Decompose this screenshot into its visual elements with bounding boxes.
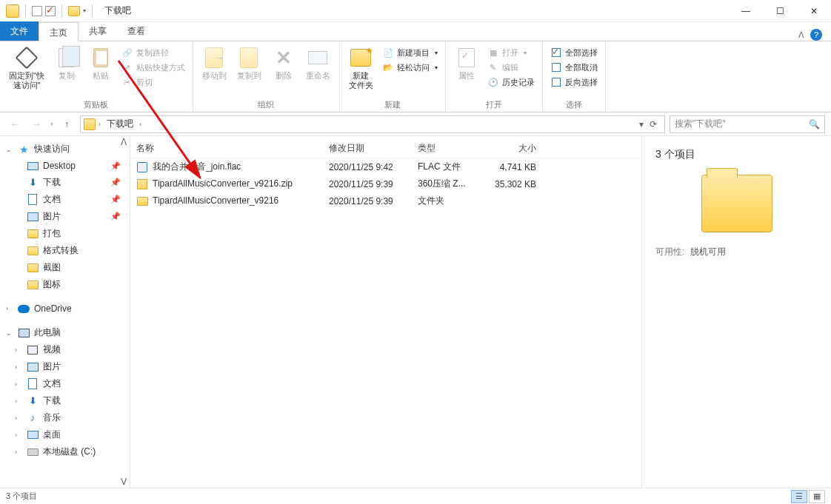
separator [61,4,62,18]
sidebar-item[interactable]: 图标 [0,276,130,293]
file-name: 我的合并声音_join.flac [153,161,241,172]
pin-label: 固定到"快 速访问" [9,71,44,90]
new-item-button[interactable]: 📄新建项目▾ [379,46,441,59]
status-text: 3 个项目 [6,491,37,502]
qat-item-1[interactable] [32,6,42,16]
flac-icon [136,161,148,173]
copy-label: 复制 [59,71,75,81]
expand-icon[interactable]: › [15,380,22,388]
sidebar-item[interactable]: ›本地磁盘 (C:) [0,443,130,460]
main: ᐱ ⌄★快速访问 Desktop📌⬇下载📌文档📌图片📌 打包格式转换截图图标 ›… [0,136,831,488]
paste-shortcut-button[interactable]: ↗粘贴快捷方式 [119,61,188,74]
chevron-right-icon[interactable]: › [99,121,101,128]
sidebar-item-label: 截图 [43,261,61,274]
expand-icon[interactable]: › [15,346,22,354]
sidebar-item[interactable]: ⬇下载📌 [0,174,130,191]
expand-icon[interactable]: › [15,397,22,405]
help-icon[interactable]: ? [810,29,822,41]
view-details-button[interactable]: ☰ [791,490,807,503]
sidebar-item[interactable]: 打包 [0,225,130,242]
file-row[interactable]: 我的合并声音_join.flac 2020/11/25 9:42 FLAC 文件… [130,158,641,175]
pin-to-quick-access-button[interactable]: 固定到"快 速访问" [4,44,49,92]
tab-share[interactable]: 共享 [79,21,117,41]
move-to-button[interactable]: 移动到 [198,44,231,82]
sidebar-scroll-down[interactable]: ᐯ [118,476,130,488]
breadcrumb[interactable]: › 下载吧 › ▾ ⟳ [80,115,665,133]
refresh-icon[interactable]: ⟳ [650,119,657,130]
dl-icon: ⬇ [27,395,39,407]
edit-button[interactable]: ✎编辑 [484,61,538,74]
invert-selection-button[interactable]: 反向选择 [547,75,601,89]
sidebar-item[interactable]: 图片📌 [0,208,130,225]
expand-icon[interactable]: › [15,414,22,422]
nav-forward-button[interactable]: → [28,115,46,133]
sidebar-onedrive[interactable]: ›OneDrive [0,300,130,317]
maximize-button[interactable]: ☐ [763,0,797,22]
qat-dropdown-icon[interactable]: ▾ [83,7,86,14]
tab-view[interactable]: 查看 [117,21,156,41]
view-large-icons-button[interactable]: ▦ [809,490,825,503]
nav-recent-dropdown[interactable]: ▾ [50,121,53,127]
expand-icon[interactable]: › [15,448,22,456]
easy-access-button[interactable]: 📂轻松访问▾ [379,61,441,74]
history-button[interactable]: 🕑历史记录 [484,75,538,89]
breadcrumb-segment[interactable]: 下载吧 [104,118,136,130]
sidebar-item[interactable]: ›♪音乐 [0,409,130,426]
sidebar-item-label: 打包 [43,227,61,240]
close-button[interactable]: ✕ [797,0,831,22]
expand-icon[interactable]: ⌄ [6,146,13,153]
nav-back-button[interactable]: ← [6,115,24,133]
delete-button[interactable]: ✕删除 [267,44,300,82]
file-row[interactable]: TipardAllMusicConverter_v9216.zip 2020/1… [130,175,641,192]
qat-item-2[interactable] [45,6,56,16]
open-button[interactable]: ▦打开▾ [484,46,538,59]
expand-icon[interactable]: ⌄ [6,329,13,337]
sidebar-item[interactable]: ›⬇下载 [0,392,130,409]
search-box[interactable]: 搜索"下载吧" 🔍 [670,115,825,133]
sidebar-item[interactable]: ›视频 [0,341,130,358]
pin-icon: 📌 [110,195,125,204]
sidebar-item[interactable]: 截图 [0,259,130,276]
properties-button[interactable]: 属性 [450,44,483,82]
new-folder-button[interactable]: 新建 文件夹 [344,44,378,92]
expand-icon[interactable]: › [15,363,22,371]
chevron-right-icon[interactable]: › [139,121,141,128]
paste-label: 粘贴 [93,71,109,81]
sidebar-item[interactable]: ›文档 [0,375,130,392]
sidebar-item-label: 格式转换 [43,244,79,257]
sidebar-scroll-up[interactable]: ᐱ [118,136,130,148]
expand-icon[interactable]: › [6,305,13,312]
minimize-button[interactable]: — [729,0,763,22]
sidebar-item[interactable]: ›图片 [0,358,130,375]
copy-to-button[interactable]: 复制到 [233,44,266,82]
pin-icon: 📌 [110,178,125,187]
folder-icon [84,118,96,130]
col-date[interactable]: 修改日期 [329,142,418,155]
rename-button[interactable]: 重命名 [301,44,335,82]
sidebar-item[interactable]: 格式转换 [0,242,130,259]
col-size[interactable]: 大小 [484,142,544,155]
ribbon-collapse-icon[interactable]: ᐱ [798,30,804,40]
paste-button[interactable]: 粘贴 [84,44,117,82]
select-all-button[interactable]: 全部选择 [547,46,601,59]
sidebar-item[interactable]: Desktop📌 [0,158,130,174]
expand-icon[interactable]: › [15,431,22,439]
sidebar-item[interactable]: 文档📌 [0,191,130,208]
pin-icon: 📌 [110,212,125,221]
dropdown-icon[interactable]: ▾ [639,119,644,130]
copy-path-button[interactable]: 🔗复制路径 [119,46,188,59]
copy-button[interactable]: 复制 [50,44,83,82]
nav-up-button[interactable]: ↑ [58,115,76,133]
tab-home[interactable]: 主页 [39,22,79,41]
col-type[interactable]: 类型 [418,142,484,155]
tab-file[interactable]: 文件 [0,21,39,41]
group-open: 属性 ▦打开▾ ✎编辑 🕑历史记录 打开 [446,41,543,112]
sidebar-quick-access[interactable]: ⌄★快速访问 [0,141,130,158]
cut-button[interactable]: ✂剪切 [119,75,188,89]
select-none-button[interactable]: 全部取消 [547,61,601,74]
open-icon: ▦ [487,47,499,58]
file-row[interactable]: TipardAllMusicConverter_v9216 2020/11/25… [130,192,641,209]
sidebar-item[interactable]: ›桌面 [0,426,130,443]
sidebar-this-pc[interactable]: ⌄此电脑 [0,324,130,341]
col-name[interactable]: 名称 [136,142,329,155]
